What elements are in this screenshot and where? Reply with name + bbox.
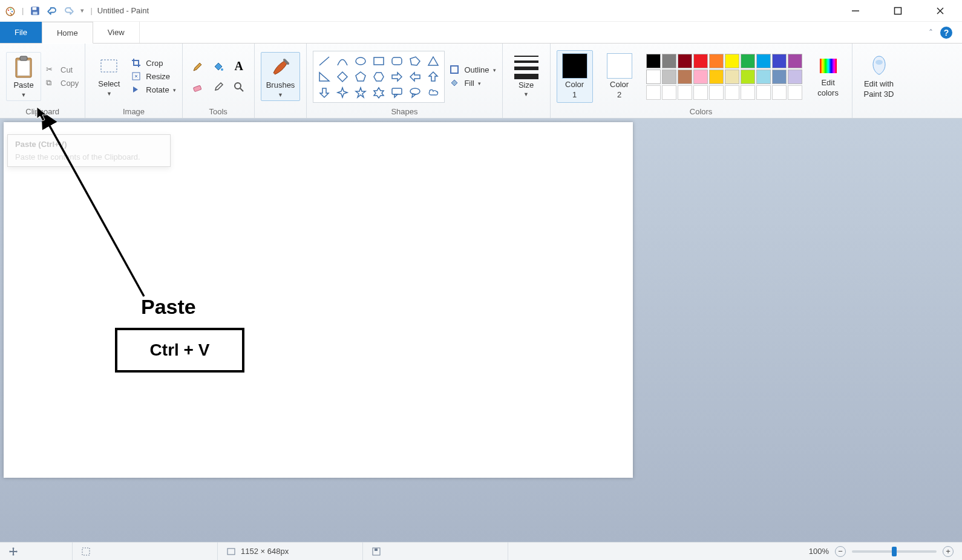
rotate-label: Rotate: [146, 85, 169, 94]
shape-line[interactable]: [316, 54, 333, 68]
svg-point-40: [410, 88, 420, 94]
zoom-out-button[interactable]: −: [835, 546, 846, 557]
minimize-button[interactable]: [848, 4, 863, 18]
fill-bucket-icon: [450, 78, 460, 89]
fill-tool[interactable]: [209, 57, 227, 76]
color-swatch[interactable]: [693, 54, 708, 68]
shape-curve[interactable]: [334, 54, 351, 68]
custom-color-slot[interactable]: [756, 85, 771, 100]
copy-button[interactable]: ⧉ Copy: [46, 78, 79, 89]
shape-star5[interactable]: [352, 85, 369, 100]
color-swatch[interactable]: [772, 70, 787, 84]
color-swatch[interactable]: [709, 54, 724, 68]
color-swatch[interactable]: [678, 70, 692, 84]
eraser-tool[interactable]: [189, 78, 207, 96]
shape-hexagon[interactable]: [370, 70, 387, 84]
color-swatch[interactable]: [772, 54, 787, 68]
save-icon[interactable]: [30, 5, 41, 16]
qat-separator-2: |: [90, 6, 92, 15]
custom-color-slot[interactable]: [772, 85, 787, 100]
edit-colors-button[interactable]: Edit colors: [811, 52, 846, 101]
shape-arrow-left[interactable]: [407, 70, 424, 84]
tab-home[interactable]: Home: [42, 22, 93, 44]
fill-button[interactable]: Fill ▾: [450, 78, 496, 89]
custom-color-slot[interactable]: [788, 85, 802, 100]
svg-marker-41: [412, 94, 416, 97]
select-rect-icon: [98, 56, 120, 78]
canvas[interactable]: [4, 122, 633, 478]
outline-icon: [450, 65, 460, 76]
shapes-group-label: Shapes: [391, 107, 417, 117]
shape-star4[interactable]: [334, 85, 351, 100]
shape-callout-oval[interactable]: [407, 85, 424, 100]
rotate-button[interactable]: Rotate ▾: [131, 85, 175, 96]
qat-customize-icon[interactable]: ▾: [80, 7, 84, 15]
close-button[interactable]: [933, 4, 947, 18]
color-swatch[interactable]: [662, 70, 676, 84]
resize-button[interactable]: Resize: [131, 71, 175, 82]
shape-arrow-right[interactable]: [388, 70, 405, 84]
custom-color-slot[interactable]: [741, 85, 755, 100]
color-swatch[interactable]: [709, 70, 724, 84]
color-swatch[interactable]: [725, 70, 739, 84]
annotation-paste-label: Paste: [141, 295, 196, 319]
shape-polygon[interactable]: [407, 54, 424, 68]
shape-round-rect[interactable]: [388, 54, 405, 68]
color-swatch[interactable]: [741, 70, 755, 84]
custom-color-slot[interactable]: [725, 85, 739, 100]
paint3d-button[interactable]: Edit with Paint 3D: [859, 51, 900, 102]
svg-point-2: [10, 8, 11, 10]
color-swatch[interactable]: [725, 54, 739, 68]
tab-file[interactable]: File: [0, 22, 42, 43]
shape-pentagon[interactable]: [352, 70, 369, 84]
maximize-button[interactable]: [891, 4, 905, 18]
size-button[interactable]: Size ▼: [509, 53, 544, 100]
text-tool[interactable]: A: [230, 57, 248, 76]
color-picker-tool[interactable]: [209, 78, 227, 96]
shape-arrow-up[interactable]: [425, 70, 442, 84]
crop-button[interactable]: Crop: [131, 58, 175, 69]
pencil-tool[interactable]: [189, 57, 207, 76]
color-swatch[interactable]: [693, 70, 708, 84]
ribbon-collapse-icon[interactable]: ˄: [929, 28, 933, 37]
shape-star6[interactable]: [370, 85, 387, 100]
shape-callout-rect[interactable]: [388, 85, 405, 100]
color-swatch[interactable]: [662, 54, 676, 68]
color-swatch[interactable]: [756, 70, 771, 84]
color-swatch[interactable]: [678, 54, 692, 68]
shape-oval[interactable]: [352, 54, 369, 68]
help-icon[interactable]: ?: [940, 27, 952, 39]
custom-color-slot[interactable]: [709, 85, 724, 100]
shape-right-triangle[interactable]: [316, 70, 333, 84]
color-swatch[interactable]: [756, 54, 771, 68]
color-swatch[interactable]: [646, 54, 661, 68]
shape-diamond[interactable]: [334, 70, 351, 84]
outline-button[interactable]: Outline ▾: [450, 65, 496, 76]
select-button[interactable]: Select ▼: [91, 53, 126, 99]
undo-icon[interactable]: [47, 5, 57, 16]
color1-button[interactable]: Color 1: [557, 50, 593, 103]
redo-icon[interactable]: [64, 5, 74, 16]
magnifier-tool[interactable]: [230, 78, 248, 96]
brushes-button[interactable]: Brushes ▼: [261, 52, 301, 100]
custom-color-slot[interactable]: [662, 85, 676, 100]
shape-callout-cloud[interactable]: [425, 85, 442, 100]
color-swatch[interactable]: [646, 70, 661, 84]
cut-button[interactable]: ✂ Cut: [46, 65, 79, 76]
color-swatch[interactable]: [741, 54, 755, 68]
color-swatch[interactable]: [788, 70, 802, 84]
color2-button[interactable]: Color 2: [601, 50, 638, 103]
shape-arrow-down[interactable]: [316, 85, 333, 100]
color-swatch[interactable]: [788, 54, 802, 68]
shape-triangle[interactable]: [425, 54, 442, 68]
tab-view[interactable]: View: [93, 22, 140, 43]
custom-color-slot[interactable]: [678, 85, 692, 100]
custom-color-slot[interactable]: [646, 85, 661, 100]
zoom-slider[interactable]: [852, 550, 937, 553]
status-canvas-size: 1152 × 648px: [218, 542, 363, 560]
shapes-gallery[interactable]: [313, 51, 445, 103]
custom-color-slot[interactable]: [693, 85, 708, 100]
paste-button[interactable]: Paste ▼: [6, 52, 41, 100]
shape-rect[interactable]: [370, 54, 387, 68]
zoom-in-button[interactable]: +: [943, 546, 954, 557]
